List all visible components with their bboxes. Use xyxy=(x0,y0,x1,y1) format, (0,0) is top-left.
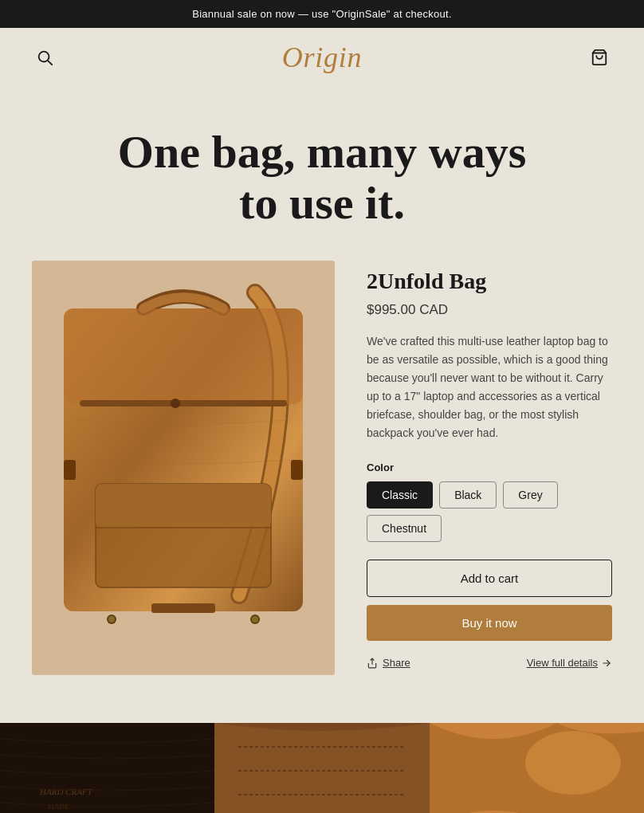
color-label: Color xyxy=(367,461,612,473)
share-icon xyxy=(367,658,378,669)
product-title: 2Unfold Bag xyxy=(367,269,612,294)
hero-heading: One bag, many ways to use it. xyxy=(64,127,580,229)
bag-illustration xyxy=(32,261,335,675)
svg-rect-6 xyxy=(80,400,287,406)
add-to-cart-button[interactable]: Add to cart xyxy=(367,560,612,597)
svg-text:HARD CRAFT: HARD CRAFT xyxy=(39,787,93,796)
bottom-gallery: HARD CRAFT MADE xyxy=(0,723,644,813)
gallery-image-3 xyxy=(430,723,644,813)
svg-point-15 xyxy=(252,616,258,623)
gallery-panel-1: HARD CRAFT MADE xyxy=(0,723,214,813)
color-black-button[interactable]: Black xyxy=(439,481,497,509)
search-icon xyxy=(36,49,53,66)
view-details-link[interactable]: View full details xyxy=(527,657,612,669)
color-classic-button[interactable]: Classic xyxy=(367,481,433,509)
svg-point-13 xyxy=(108,616,115,623)
product-section: 2Unfold Bag $995.00 CAD We've crafted th… xyxy=(0,261,644,723)
svg-rect-16 xyxy=(151,603,215,613)
search-button[interactable] xyxy=(32,45,57,70)
gallery-panel-2 xyxy=(214,723,429,813)
buy-now-button[interactable]: Buy it now xyxy=(367,605,612,641)
svg-line-1 xyxy=(49,61,53,65)
svg-rect-21 xyxy=(0,723,214,813)
svg-text:MADE: MADE xyxy=(48,803,69,811)
color-chestnut-button[interactable]: Chestnut xyxy=(367,515,442,542)
product-price: $995.00 CAD xyxy=(367,302,612,318)
product-footer: Share View full details xyxy=(367,657,612,669)
svg-rect-10 xyxy=(96,484,271,528)
svg-rect-5 xyxy=(64,308,303,404)
cart-icon xyxy=(591,49,608,66)
svg-rect-18 xyxy=(291,460,303,480)
gallery-image-1: HARD CRAFT MADE xyxy=(0,723,214,813)
color-grey-button[interactable]: Grey xyxy=(503,481,557,509)
svg-rect-17 xyxy=(64,460,76,480)
svg-point-0 xyxy=(39,52,49,62)
gallery-image-2 xyxy=(214,723,429,813)
product-details: 2Unfold Bag $995.00 CAD We've crafted th… xyxy=(367,261,612,670)
svg-point-7 xyxy=(171,399,180,408)
header: Origin xyxy=(0,28,644,87)
arrow-right-icon xyxy=(601,658,612,669)
color-options: Classic Black Grey Chestnut xyxy=(367,481,612,542)
share-button[interactable]: Share xyxy=(367,657,410,669)
site-logo[interactable]: Origin xyxy=(282,41,362,74)
announcement-text: Biannual sale on now — use "OriginSale" … xyxy=(192,8,452,20)
hero-section: One bag, many ways to use it. xyxy=(0,87,644,261)
product-image xyxy=(32,261,335,675)
product-description: We've crafted this multi-use leather lap… xyxy=(367,332,612,443)
gallery-panel-3 xyxy=(430,723,644,813)
announcement-bar: Biannual sale on now — use "OriginSale" … xyxy=(0,0,644,28)
svg-point-26 xyxy=(525,731,621,795)
cart-button[interactable] xyxy=(587,45,612,70)
